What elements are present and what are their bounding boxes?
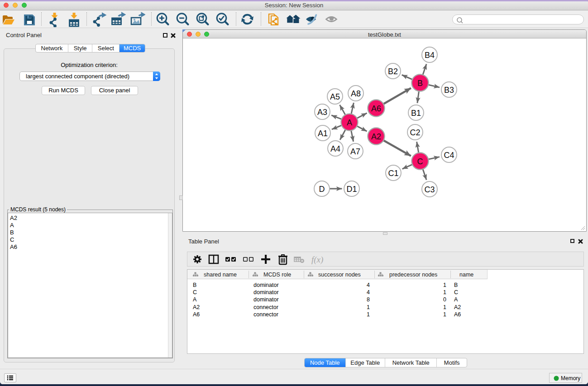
svg-text:C1: C1 xyxy=(388,169,398,178)
svg-text:A4: A4 xyxy=(330,144,340,153)
svg-text:A1: A1 xyxy=(318,129,328,138)
svg-text:B3: B3 xyxy=(444,86,454,95)
svg-text:C4: C4 xyxy=(444,151,454,160)
svg-text:C2: C2 xyxy=(410,128,420,137)
svg-text:D: D xyxy=(319,185,325,194)
svg-text:C: C xyxy=(417,157,423,166)
svg-text:B2: B2 xyxy=(388,67,398,76)
svg-text:A6: A6 xyxy=(371,104,381,113)
svg-text:A5: A5 xyxy=(330,92,340,101)
svg-text:B1: B1 xyxy=(411,109,421,118)
svg-text:B: B xyxy=(417,79,423,88)
svg-text:C3: C3 xyxy=(424,185,435,194)
svg-text:A2: A2 xyxy=(371,132,381,141)
svg-text:A: A xyxy=(347,118,352,127)
svg-text:A7: A7 xyxy=(350,147,360,156)
svg-text:B4: B4 xyxy=(425,51,435,60)
svg-text:D1: D1 xyxy=(346,185,357,194)
svg-text:A8: A8 xyxy=(351,89,361,98)
svg-text:A3: A3 xyxy=(317,108,327,117)
